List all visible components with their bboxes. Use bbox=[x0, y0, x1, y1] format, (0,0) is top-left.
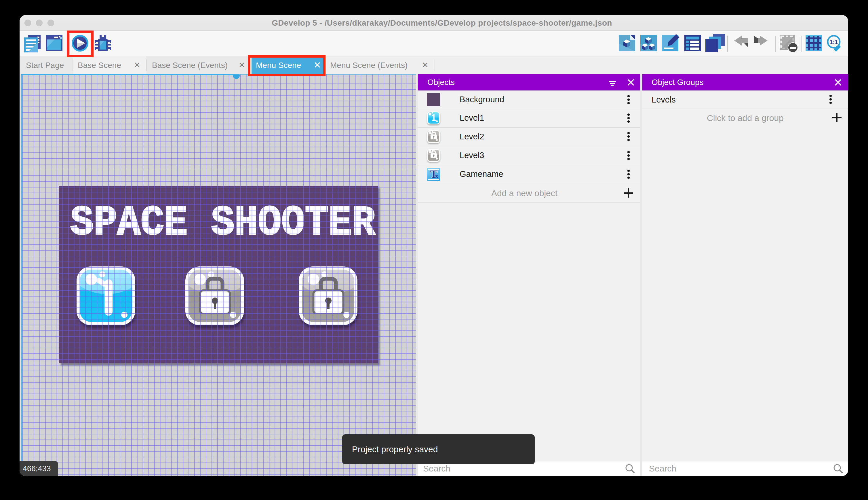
svg-text:1:1: 1:1 bbox=[830, 39, 838, 45]
